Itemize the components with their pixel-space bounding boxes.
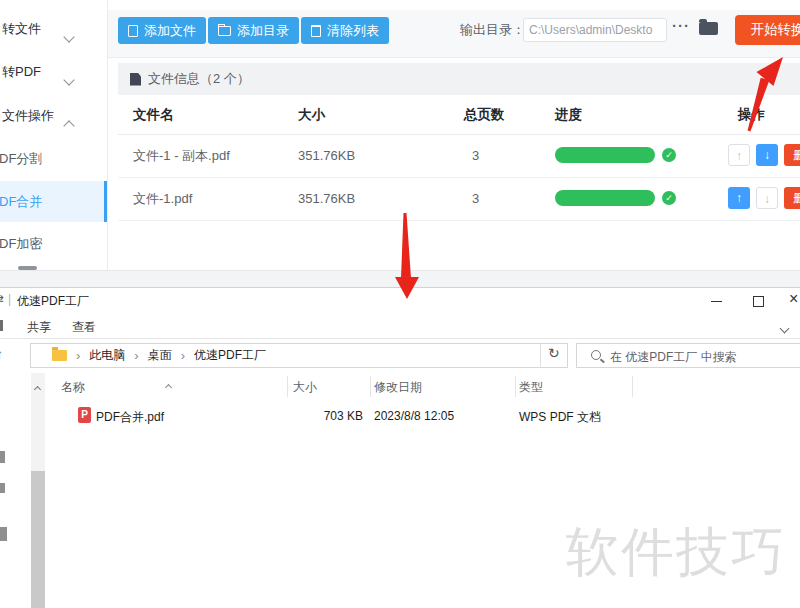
file-action-toolbar: 添加文件 添加目录 清除列表	[118, 17, 389, 44]
add-file-label: 添加文件	[144, 22, 196, 40]
clear-list-label: 清除列表	[327, 22, 379, 40]
address-bar[interactable]: › 此电脑 › 桌面 › 优速PDF工厂	[30, 343, 568, 368]
col-type[interactable]: 类型	[519, 379, 543, 396]
move-up-button[interactable]: ↑	[728, 144, 750, 166]
delete-button[interactable]: 删除	[784, 187, 800, 209]
col-name[interactable]: 名称	[61, 379, 85, 396]
sidebar-item-label: 转文件	[2, 16, 41, 42]
minimize-button[interactable]	[711, 301, 722, 302]
tree-item-fragment	[0, 527, 7, 541]
breadcrumb-desktop[interactable]: 桌面	[148, 347, 172, 364]
col-progress: 进度	[555, 95, 582, 134]
wps-pdf-file-icon: P	[78, 407, 91, 423]
sidebar-item-label: DF合并	[0, 181, 42, 222]
arrow-to-explorer	[401, 213, 411, 278]
delete-button[interactable]: 删除	[784, 144, 800, 166]
file-table-header: 文件名 大小 总页数 进度 操作	[118, 95, 800, 135]
sidebar-item-pdf-split[interactable]: DF分割	[0, 146, 107, 172]
column-divider[interactable]	[370, 376, 371, 397]
file-type: WPS PDF 文档	[519, 409, 601, 426]
progress-bar	[555, 147, 655, 163]
maximize-button[interactable]	[753, 296, 764, 307]
start-convert-button[interactable]: 开始转换	[735, 15, 800, 45]
check-circle-icon	[662, 148, 676, 162]
col-size: 大小	[298, 95, 325, 134]
watermark-text: 软件技巧	[566, 517, 786, 589]
app-bottom-strip	[0, 270, 800, 288]
trash-icon	[311, 25, 321, 37]
column-divider[interactable]	[287, 376, 288, 397]
chevron-down-icon	[65, 67, 73, 93]
sidebar-item-to-pdf[interactable]: 转PDF	[0, 59, 107, 85]
scroll-up-icon[interactable]	[35, 378, 40, 396]
file-pages: 3	[472, 177, 479, 220]
col-name: 文件名	[133, 95, 174, 134]
move-down-button[interactable]: ↓	[756, 187, 778, 209]
move-down-button[interactable]: ↓	[756, 144, 778, 166]
close-button[interactable]: ×	[789, 290, 798, 308]
file-icon	[128, 25, 138, 37]
search-box[interactable]: 在 优速PDF工厂 中搜索	[576, 343, 800, 368]
breadcrumb-chevron: ›	[134, 348, 138, 363]
sidebar-item-label: 转PDF	[2, 59, 41, 85]
window-title: 优速PDF工厂	[17, 293, 89, 310]
output-dir-label: 输出目录：	[460, 21, 525, 39]
scrollbar-thumb[interactable]	[31, 471, 45, 608]
sidebar-item-pdf-merge[interactable]: DF合并	[0, 181, 107, 222]
title-separator: |	[8, 292, 11, 306]
menu-view[interactable]: 查看	[72, 319, 96, 336]
file-name: 文件-1 - 副本.pdf	[133, 134, 230, 177]
progress-bar	[555, 190, 655, 206]
ribbon-collapse-icon[interactable]	[781, 321, 788, 335]
explorer-titlebar[interactable]: ⇄ | 优速PDF工厂 ×	[0, 288, 800, 312]
quick-access-icon: ⇄	[0, 292, 4, 306]
move-up-button[interactable]: ↑	[728, 187, 750, 209]
sidebar-item-to-file[interactable]: 转文件	[0, 16, 107, 42]
tree-item-fragment	[0, 483, 5, 493]
file-size: 703 KB	[285, 409, 363, 423]
file-size: 351.76KB	[298, 134, 355, 177]
column-divider[interactable]	[515, 376, 516, 397]
col-actions: 操作	[738, 95, 765, 134]
breadcrumb-current-folder[interactable]: 优速PDF工厂	[194, 347, 266, 364]
file-size: 351.76KB	[298, 177, 355, 220]
sidebar-item-label: DF分割	[0, 146, 42, 172]
col-pages: 总页数	[464, 95, 505, 134]
list-item[interactable]: P PDF合并.pdf 703 KB 2023/8/8 12:05 WPS PD…	[48, 404, 800, 428]
breadcrumb-this-pc[interactable]: 此电脑	[89, 347, 125, 364]
col-date[interactable]: 修改日期	[374, 379, 422, 396]
col-size[interactable]: 大小	[293, 379, 317, 396]
output-dir-input[interactable]	[523, 18, 667, 42]
breadcrumb-chevron: ›	[181, 348, 185, 363]
sidebar-item-pdf-encrypt[interactable]: DF加密	[0, 231, 107, 257]
folder-icon	[218, 26, 231, 36]
search-icon	[591, 350, 601, 360]
refresh-icon[interactable]: ↻	[548, 345, 560, 361]
nav-up-icon[interactable]: ↑	[0, 346, 3, 362]
sidebar-item-label: DF加密	[0, 231, 42, 257]
clear-list-button[interactable]: 清除列表	[301, 17, 389, 44]
check-circle-icon	[662, 191, 676, 205]
address-divider	[540, 344, 541, 368]
file-pages: 3	[472, 134, 479, 177]
add-directory-button[interactable]: 添加目录	[208, 17, 299, 44]
menu-share[interactable]: 共享	[27, 319, 51, 336]
screen: 转文件 转PDF 文件操作 DF分割 DF合并 DF加密 添加文件 添加目录	[0, 0, 800, 608]
sidebar-item-file-ops[interactable]: 文件操作	[0, 103, 107, 129]
explorer-menubar: 共享 查看	[0, 312, 800, 339]
sidebar-item-label: 文件操作	[2, 103, 54, 129]
add-directory-label: 添加目录	[237, 22, 289, 40]
file-date: 2023/8/8 12:05	[374, 409, 454, 423]
chevron-up-icon	[65, 113, 73, 139]
file-name: PDF合并.pdf	[96, 409, 164, 426]
table-row: 文件-1 - 副本.pdf 351.76KB 3 ↑ ↓ 删除	[118, 134, 800, 178]
open-folder-icon[interactable]	[699, 22, 718, 35]
column-divider[interactable]	[632, 376, 633, 397]
document-icon	[130, 73, 141, 86]
breadcrumb-chevron: ›	[76, 348, 80, 363]
add-file-button[interactable]: 添加文件	[118, 17, 206, 44]
app-sidebar: 转文件 转PDF 文件操作 DF分割 DF合并 DF加密	[0, 0, 108, 270]
file-info-title: 文件信息（2 个）	[148, 70, 250, 88]
file-info-bar: 文件信息（2 个）	[118, 63, 800, 95]
browse-more-button[interactable]: ···	[672, 17, 690, 34]
